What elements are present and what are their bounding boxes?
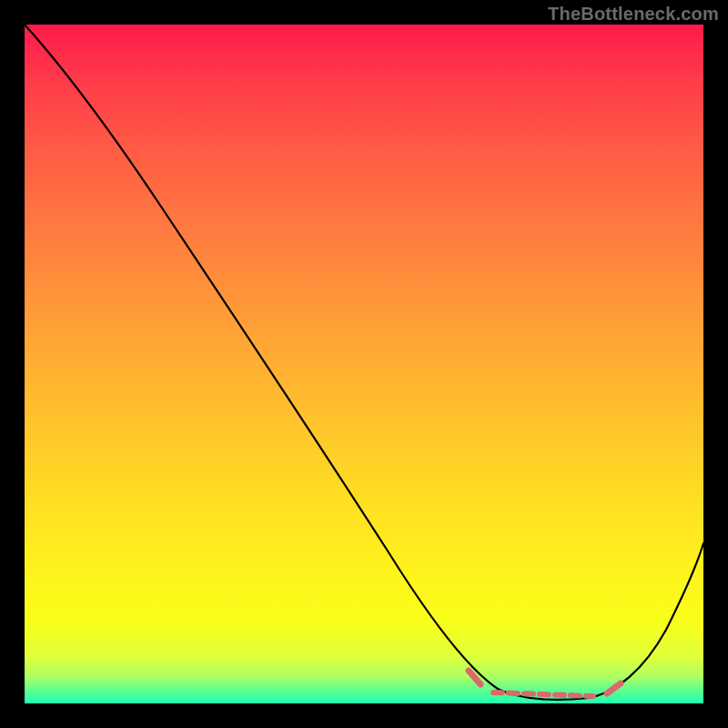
- watermark-text: TheBottleneck.com: [548, 4, 719, 25]
- optimal-marker-dashes: [493, 693, 593, 696]
- chart-area: [25, 25, 703, 703]
- optimal-marker-right: [607, 683, 621, 693]
- bottleneck-curve: [25, 25, 703, 700]
- bottleneck-curve-svg: [25, 25, 703, 703]
